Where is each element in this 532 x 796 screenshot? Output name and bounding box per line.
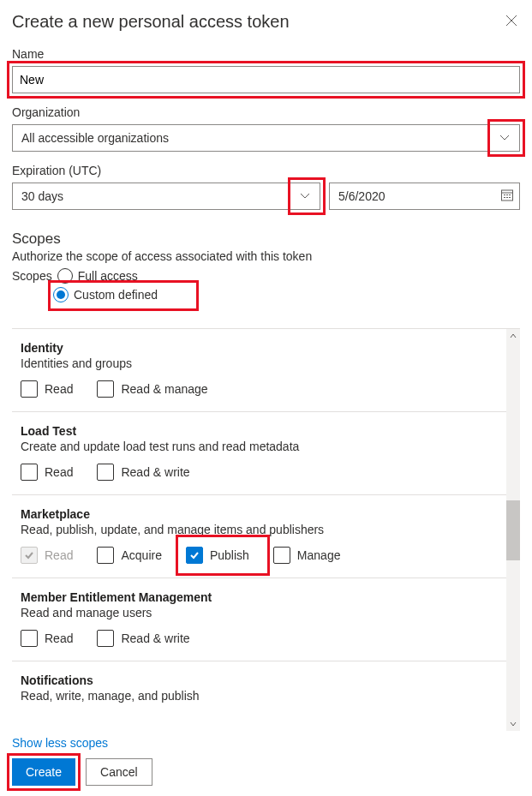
expiration-date-value: 5/6/2020 (338, 189, 386, 203)
check-loadtest-read[interactable]: Read (21, 464, 73, 481)
chevron-down-icon (296, 187, 314, 206)
radio-custom-defined-label: Custom defined (74, 288, 158, 302)
check-member-read[interactable]: Read (21, 630, 73, 647)
radio-full-access-label: Full access (78, 269, 138, 283)
scope-loadtest: Load Test Create and update load test ru… (12, 412, 506, 495)
name-label: Name (12, 47, 520, 61)
scope-title: Identity (21, 341, 501, 355)
check-marketplace-manage[interactable]: Manage (273, 547, 341, 564)
check-loadtest-read-write[interactable]: Read & write (97, 464, 189, 481)
radio-full-access[interactable] (57, 268, 73, 284)
scroll-up-icon[interactable] (506, 329, 520, 343)
scopes-subheading: Authorize the scope of access associated… (12, 249, 520, 263)
name-input[interactable] (12, 66, 520, 93)
scope-title: Load Test (21, 424, 501, 438)
page-title: Create a new personal access token (12, 12, 290, 32)
expiration-duration-select[interactable]: 30 days (12, 183, 320, 210)
scope-desc: Read, publish, update, and manage items … (21, 523, 501, 536)
organization-select[interactable]: All accessible organizations (12, 124, 520, 152)
scope-title: Marketplace (21, 507, 501, 521)
scope-marketplace: Marketplace Read, publish, update, and m… (12, 495, 506, 578)
scopes-heading: Scopes (12, 230, 520, 248)
scope-desc: Create and update load test runs and rea… (21, 440, 501, 453)
expiration-label: Expiration (UTC) (12, 164, 520, 177)
scopes-label: Scopes (12, 269, 52, 283)
expiration-duration-value: 30 days (21, 189, 63, 203)
scrollbar-thumb[interactable] (506, 500, 520, 560)
scope-member-entitlement: Member Entitlement Management Read and m… (12, 578, 506, 661)
close-button[interactable] (503, 12, 520, 29)
organization-value: All accessible organizations (21, 131, 169, 145)
create-button[interactable]: Create (12, 758, 75, 786)
check-member-read-write[interactable]: Read & write (97, 630, 189, 647)
show-less-scopes-link[interactable]: Show less scopes (12, 731, 520, 758)
scope-title: Member Entitlement Management (21, 590, 501, 604)
check-marketplace-publish[interactable]: Publish (186, 547, 249, 564)
scrollbar[interactable] (506, 329, 520, 731)
calendar-icon (500, 189, 514, 205)
scroll-down-icon[interactable] (506, 717, 520, 731)
scope-title: Notifications (21, 673, 501, 687)
scope-identity: Identity Identities and groups Read Read… (12, 329, 506, 412)
check-marketplace-read: Read (21, 547, 73, 564)
cancel-button[interactable]: Cancel (86, 758, 152, 786)
scope-desc: Read, write, manage, and publish (21, 689, 501, 703)
chevron-down-icon (495, 129, 514, 147)
scope-desc: Read and manage users (21, 606, 501, 619)
close-icon (505, 14, 518, 27)
expiration-date-picker[interactable]: 5/6/2020 (329, 183, 520, 210)
check-identity-read-manage[interactable]: Read & manage (97, 380, 207, 398)
radio-custom-defined[interactable] (53, 287, 69, 302)
check-marketplace-acquire[interactable]: Acquire (97, 547, 161, 564)
scope-desc: Identities and groups (21, 356, 501, 370)
scope-notifications: Notifications Read, write, manage, and p… (12, 661, 506, 704)
check-identity-read[interactable]: Read (21, 380, 73, 398)
organization-label: Organization (12, 105, 520, 119)
